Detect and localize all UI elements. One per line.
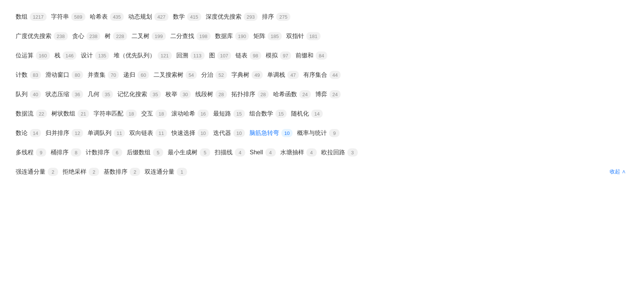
- tag-item[interactable]: 设计135: [80, 50, 110, 61]
- tag-item[interactable]: 欧拉回路3: [321, 147, 359, 158]
- tag-item[interactable]: 水塘抽样4: [280, 147, 318, 158]
- tag-item[interactable]: 哈希表435: [89, 11, 125, 22]
- tag-item[interactable]: 递归60: [123, 69, 149, 81]
- tag-count: 427: [154, 13, 168, 21]
- tag-count: 40: [30, 90, 41, 98]
- tag-count: 15: [275, 110, 287, 118]
- tag-item[interactable]: 双指针181: [285, 31, 321, 42]
- tag-item[interactable]: 最小生成树5: [167, 147, 211, 158]
- tag-item[interactable]: 扫描线4: [214, 147, 246, 158]
- tag-item[interactable]: 线段树28: [195, 89, 227, 100]
- tag-item[interactable]: 基数排序2: [103, 166, 141, 177]
- tag-label: 随机化: [291, 110, 309, 118]
- tag-count: 238: [86, 32, 101, 40]
- tag-item[interactable]: 枚举30: [165, 89, 192, 100]
- tag-item[interactable]: 回溯113: [176, 50, 205, 61]
- tag-item[interactable]: 字符串589: [50, 11, 86, 22]
- tag-label: 数学: [173, 13, 185, 21]
- tag-item[interactable]: 计数排序6: [85, 147, 123, 158]
- tag-item[interactable]: 拓扑排序28: [231, 89, 269, 100]
- tag-count: 2: [130, 168, 140, 176]
- tag-item[interactable]: 二叉树199: [131, 31, 167, 42]
- tag-item[interactable]: 桶排序8: [50, 147, 82, 158]
- tag-item[interactable]: 树状数组21: [51, 108, 89, 119]
- tag-count: 199: [152, 32, 166, 40]
- tag-item[interactable]: 哈希函数24: [272, 89, 311, 100]
- tag-item[interactable]: 单调栈47: [266, 69, 299, 81]
- tag-item[interactable]: 矩阵185: [253, 31, 282, 42]
- tag-item[interactable]: 随机化14: [290, 108, 323, 119]
- tag-item[interactable]: 双向链表11: [129, 127, 167, 139]
- tag-label: 单调队列: [88, 129, 111, 137]
- tag-item[interactable]: 有序集合44: [303, 69, 341, 81]
- tag-count: 181: [306, 32, 321, 40]
- tag-item[interactable]: 滚动哈希16: [171, 108, 209, 119]
- tag-label: 深度优先搜索: [206, 13, 242, 21]
- tag-item[interactable]: 模拟97: [265, 50, 292, 61]
- tag-item[interactable]: 拒绝采样2: [62, 166, 100, 177]
- tag-item[interactable]: 强连通分量2: [15, 166, 59, 177]
- tag-item[interactable]: 动态规划427: [127, 11, 169, 22]
- tag-label: 交互: [141, 110, 153, 118]
- tag-item[interactable]: 几何35: [87, 89, 114, 100]
- tag-item[interactable]: 排序275: [261, 11, 291, 22]
- tag-label: 链表: [236, 52, 247, 60]
- tag-count: 21: [78, 110, 89, 118]
- tag-count: 228: [113, 32, 127, 40]
- tag-item[interactable]: 记忆化搜索35: [117, 89, 161, 100]
- tag-item[interactable]: 数据流22: [15, 108, 48, 119]
- tag-item[interactable]: 交互18: [141, 108, 167, 119]
- tag-item[interactable]: Shell4: [249, 147, 277, 158]
- tag-item[interactable]: 链表98: [235, 50, 262, 61]
- tag-item[interactable]: 栈146: [54, 50, 78, 61]
- tag-item[interactable]: 堆（优先队列）121: [113, 50, 173, 61]
- tag-item[interactable]: 多线程9: [15, 147, 47, 158]
- tag-label: 欧拉回路: [321, 149, 345, 157]
- tag-item[interactable]: 贪心238: [72, 31, 101, 42]
- tag-count: 113: [190, 51, 205, 60]
- tag-item[interactable]: 图107: [208, 50, 232, 61]
- tag-count: 49: [252, 71, 263, 79]
- tag-label: 拒绝采样: [63, 168, 86, 176]
- tag-item[interactable]: 数论14: [15, 127, 42, 139]
- tag-item[interactable]: 并查集70: [87, 69, 120, 81]
- tag-item[interactable]: 快速选择10: [171, 127, 209, 139]
- tag-item[interactable]: 双连通分量1: [144, 166, 188, 177]
- tag-label: 字符串: [51, 13, 69, 21]
- tag-item[interactable]: 数学415: [172, 11, 202, 22]
- tag-item[interactable]: 脑筋急转弯10: [249, 127, 293, 139]
- tag-item[interactable]: 计数83: [15, 69, 42, 81]
- collapse-button[interactable]: 收起 ∧: [607, 167, 629, 177]
- tag-item[interactable]: 组合数学15: [249, 108, 287, 119]
- tag-label: 状态压缩: [45, 91, 69, 98]
- tag-item[interactable]: 状态压缩36: [45, 89, 83, 100]
- tag-label: 水塘抽样: [280, 149, 304, 157]
- tag-item[interactable]: 二叉搜索树54: [153, 69, 198, 81]
- tag-item[interactable]: 字典树49: [231, 69, 263, 81]
- tag-row-8: 强连通分量2拒绝采样2基数排序2双连通分量1收起 ∧: [15, 166, 629, 177]
- tag-label: 哈希函数: [273, 91, 297, 98]
- tag-item[interactable]: 位运算160: [15, 50, 51, 61]
- tag-count: 415: [187, 13, 201, 21]
- tag-item[interactable]: 队列40: [15, 89, 42, 100]
- tag-item[interactable]: 二分查找198: [170, 31, 211, 42]
- tag-item[interactable]: 前缀和84: [295, 50, 328, 61]
- tag-count: 28: [258, 90, 269, 98]
- tag-item[interactable]: 分治52: [201, 69, 227, 81]
- tag-item[interactable]: 深度优先搜索293: [205, 11, 259, 22]
- tag-label: 有序集合: [303, 71, 327, 79]
- tag-item[interactable]: 广度优先搜索238: [15, 31, 69, 42]
- tag-item[interactable]: 数据库190: [214, 31, 250, 42]
- tag-item[interactable]: 滑动窗口80: [45, 69, 83, 81]
- tag-count: 9: [329, 129, 340, 137]
- tag-item[interactable]: 字符串匹配18: [93, 108, 138, 119]
- tag-item[interactable]: 概率与统计9: [296, 127, 340, 139]
- tag-item[interactable]: 博弈24: [315, 89, 341, 100]
- tag-item[interactable]: 数组1217: [15, 11, 47, 22]
- tag-item[interactable]: 后缀数组5: [126, 147, 164, 158]
- tag-item[interactable]: 树228: [104, 31, 128, 42]
- tag-item[interactable]: 迭代器10: [212, 127, 245, 139]
- tag-item[interactable]: 归并排序12: [45, 127, 83, 139]
- tag-item[interactable]: 单调队列11: [87, 127, 126, 139]
- tag-item[interactable]: 最短路15: [212, 108, 245, 119]
